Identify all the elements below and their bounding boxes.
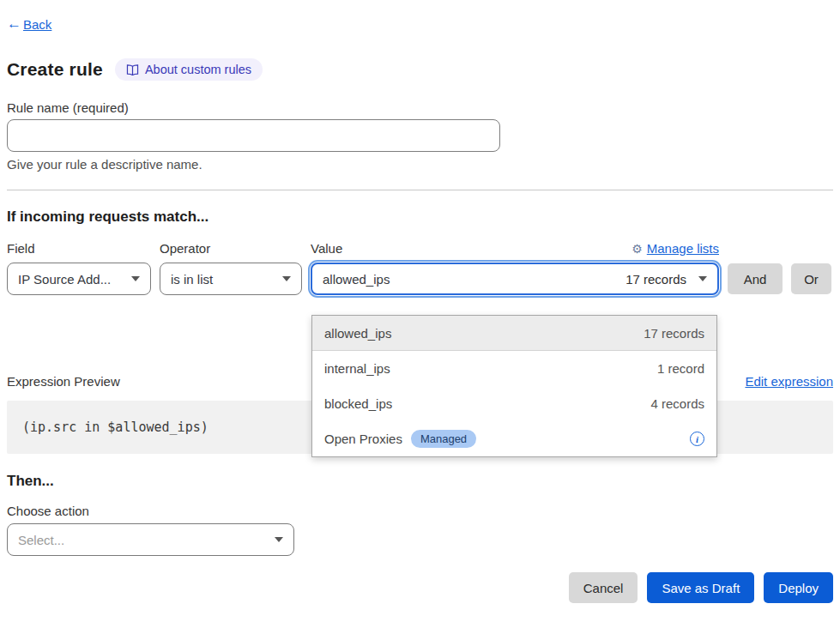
chevron-down-icon — [282, 276, 291, 281]
or-button[interactable]: Or — [791, 263, 831, 294]
then-section-heading: Then... — [7, 473, 833, 490]
cancel-button[interactable]: Cancel — [569, 572, 638, 603]
field-select[interactable]: IP Source Add... — [7, 263, 151, 295]
info-icon[interactable]: i — [690, 432, 704, 446]
expression-preview-label: Expression Preview — [7, 374, 120, 389]
value-label: Value — [311, 241, 342, 256]
value-select-record-count: 17 records — [625, 272, 686, 287]
value-label-row: Value ⚙ Manage lists — [311, 241, 719, 256]
action-select-placeholder: Select... — [18, 533, 64, 547]
page-title: Create rule — [7, 59, 103, 80]
save-as-draft-button[interactable]: Save as Draft — [647, 572, 754, 603]
gear-icon: ⚙ — [632, 242, 643, 256]
deploy-button[interactable]: Deploy — [764, 572, 833, 603]
chevron-down-icon — [275, 537, 283, 542]
operator-select-value: is in list — [171, 272, 213, 287]
chevron-down-icon — [131, 276, 140, 281]
expression-code: (ip.src in $allowed_ips) — [22, 420, 208, 435]
list-item-name: blocked_ips — [324, 396, 392, 411]
list-item-count: 1 record — [657, 361, 704, 376]
list-item-open-proxies[interactable]: Open Proxies Managed i — [312, 421, 716, 456]
back-link-row: ← Back — [7, 15, 833, 33]
arrow-left-icon[interactable]: ← — [7, 15, 21, 33]
field-select-value: IP Source Add... — [18, 272, 111, 287]
list-item-name: internal_ips — [324, 361, 390, 376]
list-item-count: 4 records — [650, 396, 704, 411]
section-divider — [7, 190, 833, 190]
operator-select[interactable]: is in list — [160, 263, 302, 295]
list-item-count: 17 records — [644, 326, 704, 341]
action-select[interactable]: Select... — [7, 523, 294, 556]
managed-badge: Managed — [411, 430, 476, 448]
list-item-allowed-ips[interactable]: allowed_ips 17 records — [312, 316, 716, 351]
create-rule-page: ← Back Create rule About custom rules Ru… — [0, 0, 840, 634]
list-item-name: allowed_ips — [324, 326, 391, 341]
footer-actions: Cancel Save as Draft Deploy — [7, 572, 833, 603]
manage-lists-link[interactable]: ⚙ Manage lists — [632, 241, 719, 256]
rule-name-input[interactable] — [7, 119, 500, 152]
manage-lists-label[interactable]: Manage lists — [647, 241, 719, 256]
list-item-blocked-ips[interactable]: blocked_ips 4 records — [312, 386, 716, 421]
list-item-name: Open Proxies — [324, 432, 402, 446]
about-badge-label: About custom rules — [145, 63, 251, 76]
and-button[interactable]: And — [728, 263, 783, 294]
list-dropdown-menu: allowed_ips 17 records internal_ips 1 re… — [311, 315, 717, 457]
field-label: Field — [7, 241, 151, 256]
match-condition-row: Field Operator Value ⚙ Manage lists IP S… — [7, 241, 833, 295]
rule-name-label: Rule name (required) — [7, 100, 833, 115]
operator-label: Operator — [160, 241, 302, 256]
list-item-internal-ips[interactable]: internal_ips 1 record — [312, 351, 716, 386]
value-select[interactable]: allowed_ips 17 records — [311, 263, 719, 295]
rule-name-helper-text: Give your rule a descriptive name. — [7, 157, 833, 172]
choose-action-label: Choose action — [7, 504, 833, 518]
title-row: Create rule About custom rules — [7, 58, 833, 81]
edit-expression-link[interactable]: Edit expression — [745, 374, 833, 389]
back-link[interactable]: Back — [23, 17, 51, 32]
book-icon — [126, 64, 139, 75]
value-select-value: allowed_ips — [323, 272, 390, 287]
match-section-heading: If incoming requests match... — [7, 208, 833, 226]
about-custom-rules-badge[interactable]: About custom rules — [115, 58, 263, 81]
chevron-down-icon — [698, 276, 707, 281]
